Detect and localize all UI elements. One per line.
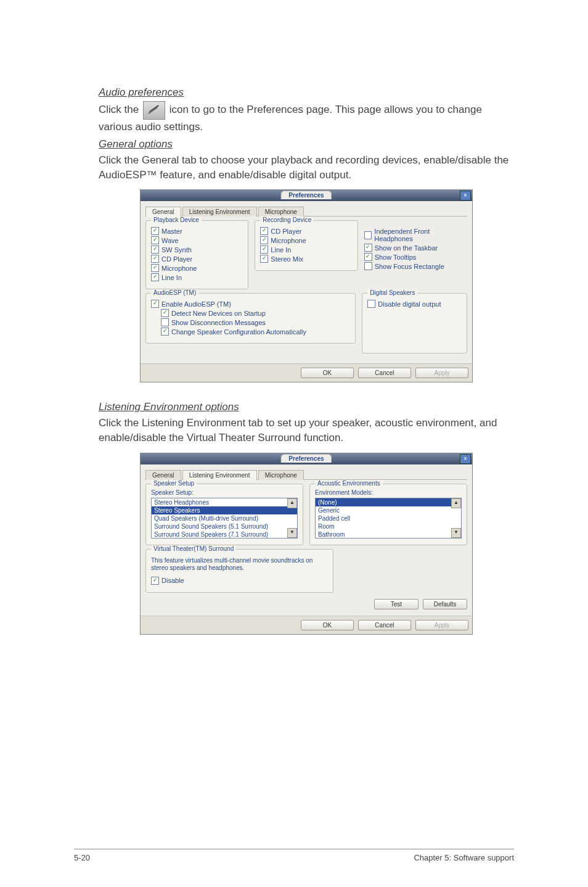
checkbox[interactable] <box>260 227 268 235</box>
virtual-theater-description: This feature virtualizes multi-channel m… <box>151 557 328 572</box>
button-bar: OK Cancel Apply <box>141 616 472 634</box>
label: CD Player <box>271 228 301 235</box>
ok-button[interactable]: OK <box>301 368 354 378</box>
group-audioesp: AudioESP (TM) Enable AudioESP (TM) Detec… <box>145 293 356 344</box>
checkbox[interactable] <box>151 245 159 254</box>
sublabel: Environment Models: <box>315 489 462 496</box>
tab-listening-environment[interactable]: Listening Environment <box>182 207 257 217</box>
label: Disable <box>161 577 184 584</box>
apply-button[interactable]: Apply <box>415 620 468 630</box>
checkbox[interactable] <box>364 231 372 239</box>
checkbox[interactable] <box>161 318 169 326</box>
text-click-the: Click the <box>99 104 142 115</box>
paragraph-audio-preferences: Click the icon to go to the Preferences … <box>99 101 514 134</box>
checkbox[interactable] <box>260 245 268 254</box>
preferences-dialog-general: Preferences × General Listening Environm… <box>140 189 473 382</box>
checkbox[interactable] <box>151 227 159 235</box>
tab-general[interactable]: General <box>145 207 181 217</box>
list-item[interactable]: (None) <box>316 498 461 506</box>
label: Disable digital output <box>378 300 441 308</box>
group-label: Virtual Theater(TM) Surround <box>151 545 236 552</box>
list-item[interactable]: Surround Sound Speakers (7.1 Surround) <box>152 530 297 538</box>
close-icon[interactable]: × <box>460 454 471 464</box>
preferences-toolbar-icon <box>143 101 165 120</box>
label: Microphone <box>161 265 197 272</box>
environment-listbox[interactable]: (None) Generic Padded cell Room Bathroom… <box>315 498 462 538</box>
cancel-button[interactable]: Cancel <box>358 620 411 630</box>
group-label: Playback Device <box>151 217 202 223</box>
list-item[interactable]: Bathroom <box>316 530 461 538</box>
checkbox[interactable] <box>151 273 159 281</box>
list-item[interactable]: Surround Sound Speakers (5.1 Surround) <box>152 522 297 530</box>
apply-button[interactable]: Apply <box>415 368 468 378</box>
tab-general[interactable]: General <box>145 470 181 480</box>
label: Change Speaker Configuration Automatical… <box>171 328 306 336</box>
checkbox[interactable] <box>161 309 169 317</box>
heading-audio-preferences: Audio preferences <box>99 86 514 99</box>
checkbox[interactable] <box>367 300 375 308</box>
checkbox[interactable] <box>364 253 372 261</box>
label: Independent Front Headphones <box>374 228 467 242</box>
label: Detect New Devices on Startup <box>171 310 266 317</box>
list-item[interactable]: Generic <box>316 506 461 514</box>
group-label: Acoustic Environments <box>315 480 383 487</box>
chapter-label: Chapter 5: Software support <box>414 853 514 862</box>
label: Enable AudioESP (TM) <box>161 300 231 308</box>
tab-listening-environment[interactable]: Listening Environment <box>182 470 257 481</box>
label: Stereo Mix <box>271 255 303 263</box>
dialog-titlebar: Preferences × <box>141 453 472 464</box>
tabstrip: General Listening Environment Microphone <box>145 469 467 480</box>
checkbox[interactable] <box>151 264 159 272</box>
label: CD Player <box>161 255 192 263</box>
group-speaker-setup: Speaker Setup Speaker Setup: Stereo Head… <box>145 484 303 545</box>
checkbox[interactable] <box>364 262 372 270</box>
scroll-up-icon[interactable]: ▲ <box>287 498 297 508</box>
list-item[interactable]: Stereo Headphones <box>152 498 297 506</box>
label: Wave <box>161 237 179 244</box>
tabstrip: General Listening Environment Microphone <box>145 206 467 217</box>
checkbox[interactable] <box>151 577 159 585</box>
group-digital-speakers: Digital Speakers Disable digital output <box>362 293 467 353</box>
label: Master <box>161 228 182 235</box>
list-item[interactable]: Padded cell <box>316 514 461 522</box>
label: Show on the Taskbar <box>375 244 438 252</box>
checkbox[interactable] <box>364 244 372 252</box>
scroll-down-icon[interactable]: ▼ <box>451 528 461 538</box>
label: Microphone <box>271 237 306 244</box>
ok-button[interactable]: OK <box>301 620 354 630</box>
dialog-title: Preferences <box>280 191 332 199</box>
dialog-titlebar: Preferences × <box>141 190 472 201</box>
tab-microphone[interactable]: Microphone <box>258 207 304 217</box>
tab-microphone[interactable]: Microphone <box>258 470 304 480</box>
group-label: Digital Speakers <box>367 289 417 296</box>
list-item[interactable]: Quad Speakers (Multi-drive Surround) <box>152 514 297 522</box>
speaker-setup-listbox[interactable]: Stereo Headphones Stereo Speakers Quad S… <box>151 498 298 538</box>
checkbox[interactable] <box>151 300 159 308</box>
test-button[interactable]: Test <box>374 599 419 609</box>
cancel-button[interactable]: Cancel <box>358 368 411 378</box>
dialog-title: Preferences <box>280 454 332 463</box>
group-acoustic-environments: Acoustic Environments Environment Models… <box>309 484 467 545</box>
button-bar: OK Cancel Apply <box>141 363 472 382</box>
checkbox[interactable] <box>260 255 268 263</box>
scroll-down-icon[interactable]: ▼ <box>287 528 297 538</box>
checkbox[interactable] <box>151 236 159 244</box>
checkbox[interactable] <box>161 328 169 336</box>
group-recording-device: Recording Device CD Player Microphone Li… <box>255 220 357 271</box>
label: Show Disconnection Messages <box>171 319 266 326</box>
preferences-dialog-listening: Preferences × General Listening Environm… <box>140 453 473 635</box>
label: Line In <box>271 246 291 254</box>
checkbox[interactable] <box>151 255 159 263</box>
list-item[interactable]: Stereo Speakers <box>152 506 297 514</box>
paragraph-general-options: Click the General tab to choose your pla… <box>99 153 514 183</box>
sublabel: Speaker Setup: <box>151 489 298 496</box>
group-virtual-theater: Virtual Theater(TM) Surround This featur… <box>145 549 333 593</box>
label: Show Focus Rectangle <box>375 263 444 270</box>
defaults-button[interactable]: Defaults <box>423 599 467 609</box>
scroll-up-icon[interactable]: ▲ <box>451 498 461 508</box>
list-item[interactable]: Room <box>316 522 461 530</box>
checkbox[interactable] <box>260 236 268 244</box>
close-icon[interactable]: × <box>460 191 471 200</box>
group-label: Recording Device <box>260 217 314 223</box>
heading-general-options: General options <box>99 138 514 151</box>
